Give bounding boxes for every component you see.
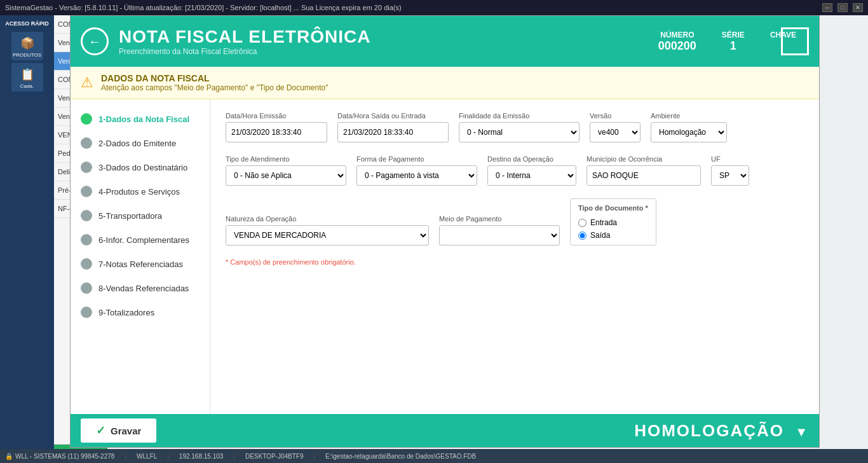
step-6-dot xyxy=(81,234,92,245)
gravar-label: Gravar xyxy=(111,425,141,436)
step-4[interactable]: 4-Produtos e Serviços xyxy=(71,179,210,204)
form-group-forma-pagamento: Forma de Pagamento 0 - Pagamento à vista… xyxy=(356,155,477,186)
title-bar: SistemaGestao - Versão: [5.8.10.11] - Úl… xyxy=(0,0,868,15)
radio-entrada-label: Entrada xyxy=(590,218,617,227)
status-bar: 🔒 WLL - SISTEMAS (11) 99845-2278 | WLLFL… xyxy=(0,449,868,463)
sidebar-produtos[interactable]: 📦 PRODUTOS xyxy=(11,32,43,60)
radio-saida-label: Saída xyxy=(590,231,610,240)
back-button[interactable]: ← xyxy=(81,27,109,55)
form-group-data-emissao: Data/Hora Emissão xyxy=(226,112,327,142)
step-4-label: 4-Produtos e Serviços xyxy=(98,187,180,197)
form-group-versao: Versão ve400 xyxy=(590,112,641,142)
step-2-dot xyxy=(81,137,92,149)
form-group-ambiente: Ambiente Homologação Produção xyxy=(651,112,727,142)
forma-pagamento-label: Forma de Pagamento xyxy=(356,155,477,163)
minimize-button[interactable]: ─ xyxy=(822,3,832,12)
versao-label: Versão xyxy=(590,112,641,120)
warning-subtitle: Atenção aos campos "Meio de Pagamento" e… xyxy=(101,83,328,92)
step-1-label: 1-Dados da Nota Fiscal xyxy=(98,114,189,124)
sidebar-cadastro-label: Cada. xyxy=(20,83,34,89)
tipo-atendimento-label: Tipo de Atendimento xyxy=(226,155,346,163)
finalidade-label: Finalidade da Emissão xyxy=(459,112,580,120)
status-user: WLLFL xyxy=(137,453,157,460)
fullscreen-button[interactable] xyxy=(781,27,809,55)
numero-value: 000200 xyxy=(658,39,696,53)
ambiente-label: Ambiente xyxy=(651,112,727,120)
step-3[interactable]: 3-Dados do Destinatário xyxy=(71,155,210,179)
homologacao-label: HOMOLOGAÇÃO ▼ xyxy=(634,421,809,441)
step-1[interactable]: 1-Dados da Nota Fiscal xyxy=(71,107,210,131)
step-8[interactable]: 8-Vendas Referenciadas xyxy=(71,276,210,300)
data-saida-label: Data/Hora Saída ou Entrada xyxy=(337,112,449,120)
maximize-button[interactable]: □ xyxy=(837,3,848,12)
radio-saida-input[interactable] xyxy=(578,232,587,240)
step-3-label: 3-Dados do Destinatário xyxy=(98,163,187,172)
data-emissao-label: Data/Hora Emissão xyxy=(226,112,327,120)
uf-label: UF xyxy=(711,155,749,163)
natureza-select[interactable]: VENDA DE MERCADORIA xyxy=(226,225,429,245)
finalidade-select[interactable]: 0 - Normal 1 - Complementar 2 - Ajuste 3… xyxy=(459,122,580,142)
list-icon: 📋 xyxy=(20,67,34,81)
form-group-uf: UF SP RJ MG xyxy=(711,155,749,186)
title-bar-controls: ─ □ ✕ xyxy=(822,3,863,12)
radio-entrada-input[interactable] xyxy=(578,219,587,227)
step-7-dot xyxy=(81,258,92,270)
status-desktop: DESKTOP-J04BTF9 xyxy=(245,453,304,460)
step-8-dot xyxy=(81,282,92,294)
close-button[interactable]: ✕ xyxy=(853,3,863,12)
form-group-municipio: Município de Ocorrência xyxy=(587,155,701,186)
data-saida-input[interactable] xyxy=(337,122,449,142)
natureza-label: Natureza da Operação xyxy=(226,215,429,223)
step-5[interactable]: 5-Transportadora xyxy=(71,204,210,228)
form-group-meio-pagamento: Meio de Pagamento xyxy=(439,215,560,245)
numero-label: NÚMERO xyxy=(658,31,696,39)
form-group-data-saida: Data/Hora Saída ou Entrada xyxy=(337,112,449,142)
step-5-label: 5-Transportadora xyxy=(98,211,162,221)
step-2[interactable]: 2-Dados do Emitente xyxy=(71,131,210,155)
status-ip: 192.168.15.103 xyxy=(179,453,224,460)
box-icon: 📦 xyxy=(20,36,34,50)
step-7-label: 7-Notas Referenciadas xyxy=(98,259,183,269)
serie-field: SÉRIE 1 xyxy=(722,31,745,53)
form-group-tipo-atendimento: Tipo de Atendimento 0 - Não se Aplica 1 … xyxy=(226,155,346,186)
ambiente-select[interactable]: Homologação Produção xyxy=(651,122,727,142)
tipo-atendimento-select[interactable]: 0 - Não se Aplica 1 - Presencial 2 - Int… xyxy=(226,165,346,186)
municipio-input[interactable] xyxy=(587,165,701,186)
meio-pagamento-select[interactable] xyxy=(439,225,560,245)
step-9[interactable]: 9-Totalizadores xyxy=(71,300,210,324)
numero-field: NÚMERO 000200 xyxy=(658,31,696,53)
warning-icon: ⚠ xyxy=(81,74,93,91)
form-row-2: Tipo de Atendimento 0 - Não se Aplica 1 … xyxy=(226,155,804,186)
destino-label: Destino da Operação xyxy=(487,155,576,163)
step-5-dot xyxy=(81,210,92,221)
step-6[interactable]: 6-Infor. Complementares xyxy=(71,228,210,252)
destino-select[interactable]: 0 - Interna 1 - Interestadual 2 - Exteri… xyxy=(487,165,576,186)
forma-pagamento-select[interactable]: 0 - Pagamento à vista 1 - A prazo xyxy=(356,165,477,186)
step-7[interactable]: 7-Notas Referenciadas xyxy=(71,252,210,276)
form-group-destino: Destino da Operação 0 - Interna 1 - Inte… xyxy=(487,155,576,186)
modal-title: NOTA FISCAL ELETRÔNICA xyxy=(119,27,658,47)
modal-body: 1-Dados da Nota Fiscal 2-Dados do Emiten… xyxy=(71,99,819,414)
sidebar-title: ACESSO RÁPID xyxy=(5,20,49,27)
versao-select[interactable]: ve400 xyxy=(590,122,641,142)
warning-text: DADOS DA NOTA FISCAL Atenção aos campos … xyxy=(101,73,328,92)
modal-header: ← NOTA FISCAL ELETRÔNICA Preenchimento d… xyxy=(71,16,819,67)
step-2-label: 2-Dados do Emitente xyxy=(98,139,176,148)
uf-select[interactable]: SP RJ MG xyxy=(711,165,749,186)
radio-saida[interactable]: Saída xyxy=(578,231,648,240)
sidebar-left: ACESSO RÁPID 📦 PRODUTOS 📋 Cada. xyxy=(0,15,54,463)
status-path: E:\gestao-retaguarda\Banco de Dados\GEST… xyxy=(325,453,476,460)
data-emissao-input[interactable] xyxy=(226,122,327,142)
steps-sidebar: 1-Dados da Nota Fiscal 2-Dados do Emiten… xyxy=(71,99,210,414)
modal-nfe: ← NOTA FISCAL ELETRÔNICA Preenchimento d… xyxy=(70,15,820,448)
modal-subtitle: Preenchimento da Nota Fiscal Eletrônica xyxy=(119,47,658,56)
form-area: Data/Hora Emissão Data/Hora Saída ou Ent… xyxy=(210,99,819,414)
form-row-1: Data/Hora Emissão Data/Hora Saída ou Ent… xyxy=(226,112,804,142)
footer-arrow-icon: ▼ xyxy=(795,425,809,439)
sidebar-cadastro[interactable]: 📋 Cada. xyxy=(11,63,43,92)
modal-title-section: NOTA FISCAL ELETRÔNICA Preenchimento da … xyxy=(119,27,658,56)
radio-entrada[interactable]: Entrada xyxy=(578,218,648,227)
serie-value: 1 xyxy=(722,39,745,53)
gravar-button[interactable]: ✓ Gravar xyxy=(81,418,156,443)
modal-numero-section: NÚMERO 000200 SÉRIE 1 CHAVE xyxy=(658,31,796,53)
